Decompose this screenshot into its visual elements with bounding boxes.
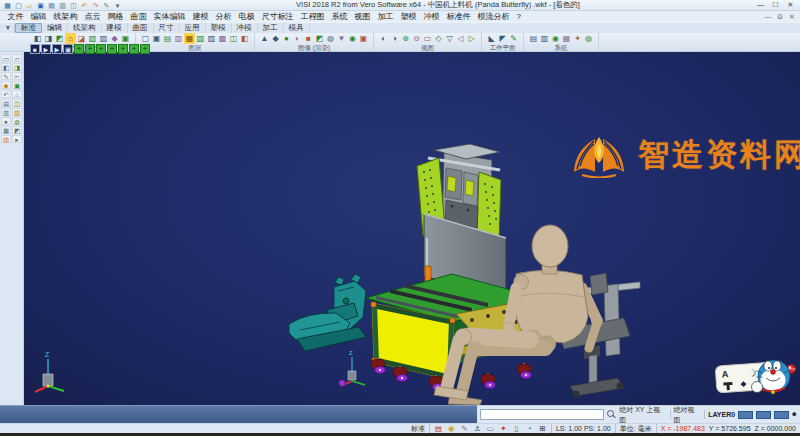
pencil-icon[interactable]: ✎ [460, 424, 469, 433]
car-seat-model[interactable] [289, 274, 366, 351]
menu-modeling[interactable]: 建模 [189, 11, 212, 22]
anchor-icon[interactable]: ⚓ [473, 424, 482, 433]
previous-view-icon[interactable]: ▽ [444, 33, 455, 44]
texture-icon[interactable]: ◉ [347, 33, 358, 44]
system-palette-icon[interactable]: ▤ [528, 33, 539, 44]
toolbar-dropdown-icon[interactable]: ▾ [2, 23, 15, 33]
menu-pointcloud[interactable]: 点云 [81, 11, 104, 22]
sidebar-copy-icon[interactable]: ◫ [12, 99, 22, 107]
menu-standard-parts[interactable]: 标准件 [443, 11, 474, 22]
sidebar-square-icon[interactable]: ▣ [12, 81, 22, 89]
sidebar-select-icon[interactable]: ▭ [1, 54, 11, 62]
caster[interactable] [371, 358, 386, 374]
quickaccess-dropdown-icon[interactable]: ▾ [113, 1, 122, 10]
undo-icon[interactable]: ↶ [80, 1, 89, 10]
wireframe-mode-icon[interactable]: ◆ [270, 33, 281, 44]
view-right-icon[interactable]: ▷ [466, 33, 477, 44]
tree-icon[interactable]: ✦ [499, 424, 508, 433]
layer-isolate-icon[interactable]: ◫ [228, 33, 239, 44]
menu-solid-edit[interactable]: 实体编辑 [150, 11, 189, 22]
sidebar-half-icon[interactable]: ◨ [12, 63, 22, 71]
menu-view[interactable]: 视图 [351, 11, 374, 22]
sidebar-home-icon[interactable]: ⌂ [12, 90, 22, 98]
material-icon[interactable]: ◍ [325, 33, 336, 44]
sidebar-shade-icon[interactable]: ▨ [1, 135, 11, 143]
title-bar[interactable]: ▦ ▢ ▱ ▣ ▤ ▥ ◫ ↶ ↷ ✎ ▾ VISI 2018 R2 from … [0, 0, 800, 11]
zoom-window-icon[interactable]: ⊕ [400, 33, 411, 44]
system-monitor-icon[interactable]: ▥ [539, 33, 550, 44]
caster[interactable] [393, 366, 408, 382]
print-icon[interactable]: ▥ [58, 1, 67, 10]
workplane-edit-icon[interactable]: ✎ [508, 33, 519, 44]
sidebar-rows-icon[interactable]: ▥ [1, 108, 11, 116]
view-relative-label[interactable]: 绝对视图 [674, 405, 702, 425]
active-layer-label[interactable]: LAYER0 [708, 411, 735, 418]
rotate-view-icon[interactable]: ◇ [433, 33, 444, 44]
zoom-extents-icon[interactable]: ⊖ [411, 33, 422, 44]
tab-progress[interactable]: 冲模 [232, 23, 258, 33]
menu-mesh[interactable]: 网格 [104, 11, 127, 22]
layer-select-icon[interactable]: ◩ [54, 33, 65, 44]
menu-surface[interactable]: 曲面 [127, 11, 150, 22]
menu-analysis[interactable]: 分析 [212, 11, 235, 22]
command-input[interactable] [480, 409, 604, 420]
sidebar-diamond-icon[interactable]: ◆ [1, 81, 11, 89]
vp-play-icon[interactable]: ▶ [41, 44, 51, 54]
tab-modeling[interactable]: 建模 [102, 23, 128, 33]
layer-freeze-icon[interactable]: ▥ [173, 33, 184, 44]
system-globe-icon[interactable]: ◉ [550, 33, 561, 44]
child-close-button[interactable]: ✕ [786, 11, 798, 22]
open-folder-icon[interactable]: ▱ [25, 1, 34, 10]
workplane-select-icon[interactable]: ◣ [486, 33, 497, 44]
layer-color-swatch-2[interactable] [756, 411, 771, 419]
child-minimize-button[interactable]: — [762, 11, 774, 22]
tab-application[interactable]: 应用 [180, 23, 206, 33]
system-window-icon[interactable]: ▦ [561, 33, 572, 44]
menu-mould[interactable]: 塑模 [397, 11, 420, 22]
sidebar-box-icon[interactable]: ▱ [12, 54, 22, 62]
layer-copy-icon[interactable]: ▨ [206, 33, 217, 44]
zoom-in-icon[interactable]: ◐ [378, 33, 389, 44]
face-filter-icon[interactable]: ▧ [87, 33, 98, 44]
workplane-align-icon[interactable]: ◤ [497, 33, 508, 44]
save-all-icon[interactable]: ▤ [47, 1, 56, 10]
sidebar-grid-icon[interactable]: ▦ [1, 126, 11, 134]
line-type-icon[interactable]: ◨ [43, 33, 54, 44]
vp-forward-icon[interactable]: ▶ [52, 44, 62, 54]
render-settings-icon[interactable]: ▣ [358, 33, 369, 44]
vp-view-preset-2-icon[interactable]: + [85, 44, 95, 54]
vp-view-preset-3-icon[interactable]: + [96, 44, 106, 54]
layer-all-icon[interactable]: ◧ [239, 33, 250, 44]
sidebar-hatch-icon[interactable]: ▧ [12, 108, 22, 116]
view-absolute-label[interactable]: 绝对 XY 上视图 [619, 405, 666, 425]
sidebar-mask-icon[interactable]: ◧ [1, 63, 11, 71]
maximize-button[interactable]: ☐ [768, 0, 783, 10]
menu-flow-analysis[interactable]: 模流分析 [474, 11, 513, 22]
vp-view-preset-7-icon[interactable]: + [140, 44, 150, 54]
vp-view-preset-4-icon[interactable]: + [107, 44, 117, 54]
system-settings-icon[interactable]: ✦ [572, 33, 583, 44]
menu-dimension[interactable]: 尺寸标注 [258, 11, 297, 22]
menu-electrode[interactable]: 电极 [235, 11, 258, 22]
layer-current-icon[interactable]: ▦ [184, 33, 195, 44]
tab-mould[interactable]: 塑模 [206, 23, 232, 33]
layer-new-icon[interactable]: ▢ [140, 33, 151, 44]
layer-on-icon[interactable]: ▣ [151, 33, 162, 44]
profile-label[interactable]: 标准 [411, 424, 425, 434]
new-file-icon[interactable]: ▢ [14, 1, 23, 10]
sidebar-dot-icon[interactable]: ● [1, 117, 11, 125]
child-restore-button[interactable]: ⧉ [774, 11, 786, 22]
menu-edit[interactable]: 编辑 [27, 11, 50, 22]
layer-color-swatch-3[interactable] [774, 411, 789, 419]
vp-view-preset-5-icon[interactable]: + [118, 44, 128, 54]
redo-icon[interactable]: ↷ [91, 1, 100, 10]
sidebar-circle-icon[interactable]: ◍ [12, 117, 22, 125]
attribute-home-icon[interactable]: ⌂ [65, 33, 76, 44]
caster[interactable] [517, 363, 532, 379]
dynamic-render-icon[interactable]: ● [281, 33, 292, 44]
flat-shade-icon[interactable]: ■ [303, 33, 314, 44]
vp-view-preset-1-icon[interactable]: + [74, 44, 84, 54]
vp-stop-icon[interactable]: ■ [30, 44, 40, 54]
tab-dimension[interactable]: 尺寸 [154, 23, 180, 33]
clock-icon[interactable]: ◔ [525, 424, 534, 433]
